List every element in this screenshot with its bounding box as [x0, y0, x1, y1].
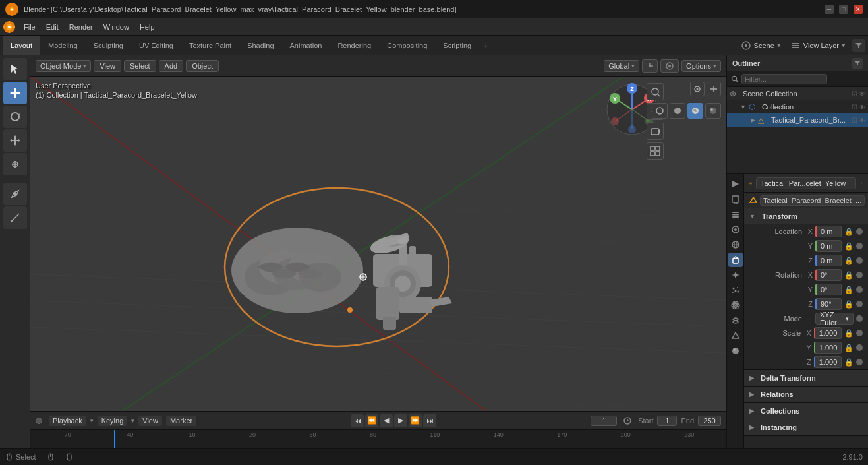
next-keyframe-button[interactable]: ⏩	[409, 414, 422, 427]
physics-props-button[interactable]	[728, 298, 743, 313]
menu-help[interactable]: Help	[134, 21, 160, 33]
rotate-tool-button[interactable]	[3, 106, 27, 128]
mode-dot[interactable]	[856, 315, 863, 322]
pin-icon[interactable]	[860, 179, 863, 188]
filter-button[interactable]	[852, 39, 865, 52]
material-preview-button[interactable]	[687, 103, 703, 119]
object-props-button[interactable]	[728, 253, 743, 267]
menu-window[interactable]: Window	[98, 21, 134, 33]
rotation-mode-dropdown[interactable]: XYZ Euler ▾	[815, 313, 854, 325]
global-dropdown[interactable]: Global ▾	[604, 60, 639, 72]
menu-edit[interactable]: Edit	[41, 21, 64, 33]
marker-menu[interactable]: Marker	[166, 416, 196, 426]
add-menu-button[interactable]: Add	[159, 60, 184, 72]
select-menu-button[interactable]: Select	[124, 60, 156, 72]
modifier-props-button[interactable]	[728, 268, 743, 282]
tab-scripting[interactable]: Scripting	[435, 36, 479, 55]
mode-dropdown[interactable]: Object Mode ▾	[36, 60, 91, 72]
scale-z-dot[interactable]	[856, 359, 863, 365]
solid-shading-button[interactable]	[670, 103, 685, 119]
location-z-dot[interactable]	[856, 257, 863, 264]
start-frame-input[interactable]: 1	[657, 416, 677, 426]
view-menu-tl[interactable]: View	[138, 416, 162, 426]
location-z-input[interactable]: 0 m	[815, 255, 842, 266]
rotation-x-input[interactable]: 0°	[815, 269, 842, 281]
outliner-object[interactable]: ▶ △ Tactical_Paracord_Br... ☑ 👁	[727, 113, 868, 127]
jump-end-button[interactable]: ⏭	[423, 414, 436, 427]
material-props-button[interactable]	[728, 344, 743, 358]
rotation-x-lock[interactable]: 🔒	[844, 271, 854, 280]
scale-y-lock[interactable]: 🔒	[844, 344, 854, 352]
scene-coll-visibility[interactable]: 👁	[859, 90, 865, 98]
location-x-lock[interactable]: 🔒	[844, 228, 854, 236]
playback-menu[interactable]: Playback	[49, 416, 86, 426]
scene-selector[interactable]: Scene	[754, 42, 774, 49]
rotation-x-dot[interactable]	[856, 272, 863, 278]
tab-rendering[interactable]: Rendering	[330, 36, 379, 55]
outliner-search-input[interactable]	[741, 74, 827, 84]
delta-transform-header[interactable]: ▶ Delta Transform	[744, 370, 868, 386]
proportional-edit-button[interactable]	[660, 59, 679, 73]
close-button[interactable]: ✕	[854, 5, 863, 14]
scale-tool-button[interactable]	[3, 129, 27, 152]
annotate-tool-button[interactable]	[3, 183, 27, 205]
render-props-button[interactable]	[728, 177, 743, 191]
collection-visibility[interactable]: 👁	[859, 104, 865, 111]
scale-y-input[interactable]: 1.000	[814, 342, 842, 354]
scale-y-dot[interactable]	[856, 344, 863, 351]
scene-coll-checkbox[interactable]: ☑	[852, 90, 857, 98]
rotation-y-input[interactable]: 0°	[815, 284, 842, 295]
select-tool-button[interactable]	[3, 58, 27, 80]
maximize-button[interactable]: □	[839, 5, 848, 14]
object-visibility[interactable]: 👁	[859, 117, 865, 124]
location-z-lock[interactable]: 🔒	[844, 257, 854, 265]
play-button[interactable]: ▶	[394, 414, 407, 427]
menu-file[interactable]: File	[18, 21, 41, 33]
location-y-input[interactable]: 0 m	[815, 240, 842, 252]
world-props-button[interactable]	[728, 237, 743, 252]
relations-header[interactable]: ▶ Relations	[744, 387, 868, 402]
zoom-fit-button[interactable]	[647, 83, 664, 100]
collections-header[interactable]: ▶ Collections	[744, 403, 868, 419]
snap-button[interactable]	[642, 59, 658, 73]
rotation-z-dot[interactable]	[856, 301, 863, 307]
grid-toggle-button[interactable]	[647, 142, 664, 160]
record-button[interactable]	[36, 418, 42, 424]
wireframe-button[interactable]	[652, 103, 668, 119]
transform-header[interactable]: ▼ Transform	[744, 208, 868, 224]
transform-tool-button[interactable]	[3, 153, 27, 175]
rotation-z-input[interactable]: 90°	[815, 298, 842, 310]
end-frame-input[interactable]: 250	[698, 416, 721, 426]
tab-layout[interactable]: Layout	[3, 36, 40, 55]
scale-x-lock[interactable]: 🔒	[844, 329, 854, 338]
minimize-button[interactable]: ─	[825, 5, 834, 14]
scale-x-dot[interactable]	[856, 330, 863, 336]
scale-z-input[interactable]: 1.000	[814, 356, 842, 368]
scale-z-lock[interactable]: 🔒	[844, 358, 854, 367]
options-button[interactable]: Options ▾	[681, 60, 721, 72]
tab-compositing[interactable]: Compositing	[379, 36, 435, 55]
object-name-input[interactable]	[756, 177, 856, 189]
outliner-scene-collection[interactable]: ⊕ Scene Collection ☑ 👁	[727, 87, 868, 100]
add-tab-button[interactable]: +	[483, 40, 488, 51]
location-x-input[interactable]: 0 m	[815, 226, 842, 237]
current-frame-input[interactable]: 1	[591, 416, 617, 426]
location-x-dot[interactable]	[856, 228, 863, 235]
output-props-button[interactable]	[728, 192, 743, 206]
viewport[interactable]: User Perspective (1) Collection | Tactic…	[30, 77, 726, 411]
tab-shading[interactable]: Shading	[239, 36, 281, 55]
view-layer-selector[interactable]: View Layer	[803, 42, 839, 49]
overlay-button[interactable]	[690, 82, 705, 96]
collection-expand[interactable]: ▼	[740, 104, 746, 110]
outliner-collection[interactable]: ▼ ⬡ Collection ☑ 👁	[727, 100, 868, 113]
object-checkbox[interactable]: ☑	[852, 117, 857, 124]
keying-menu[interactable]: Keying	[98, 416, 128, 426]
outliner-filter-button[interactable]	[852, 58, 863, 69]
constraints-props-button[interactable]	[728, 313, 743, 328]
prev-keyframe-button[interactable]: ⏪	[365, 414, 378, 427]
rendered-button[interactable]	[705, 103, 721, 119]
measure-tool-button[interactable]	[3, 206, 27, 229]
view-layer-props-button[interactable]	[728, 207, 743, 222]
rotation-y-dot[interactable]	[856, 286, 863, 293]
tab-modeling[interactable]: Modeling	[40, 36, 86, 55]
